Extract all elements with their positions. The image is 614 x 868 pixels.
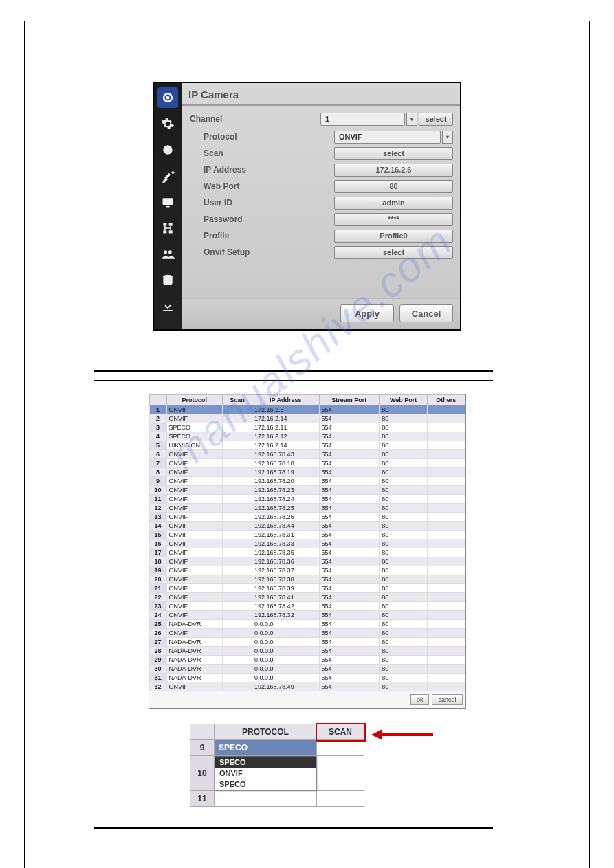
row-protocol[interactable] <box>215 791 317 807</box>
row-index: 32 <box>149 682 166 691</box>
table-row[interactable]: 24ONVIF192.168.78.3255480 <box>149 611 465 620</box>
row-scan <box>223 504 252 513</box>
table-row[interactable]: 16ONVIF192.168.78.3355480 <box>149 539 465 548</box>
row-protocol: ONVIF <box>166 414 223 423</box>
table-row[interactable]: 13ONVIF192.168.78.2655480 <box>149 513 465 522</box>
table-row[interactable]: 10 SPECO ONVIF SPECO <box>190 756 364 791</box>
settings-gear-icon[interactable] <box>157 113 178 134</box>
table-row[interactable]: 8ONVIF192.168.78.1955480 <box>149 468 465 477</box>
channel-value[interactable]: 1 <box>320 113 405 126</box>
table-row[interactable]: 31NADA-DVR0.0.0.055480 <box>149 674 465 682</box>
row-others <box>428 405 465 414</box>
table-row[interactable]: 15ONVIF192.168.78.3155480 <box>149 531 465 539</box>
row-ip: 192.168.78.20 <box>252 477 319 486</box>
webport-value-button[interactable]: 80 <box>334 180 453 193</box>
table-row[interactable]: 2ONVIF172.16.2.1455480 <box>149 414 465 423</box>
download-icon[interactable] <box>157 296 178 317</box>
row-stream: 554 <box>319 504 380 513</box>
onvif-select-button[interactable]: select <box>334 246 453 259</box>
table-row[interactable]: 11 <box>190 791 364 807</box>
network-icon[interactable] <box>157 218 178 238</box>
scan-cancel-button[interactable]: cancel <box>432 694 462 705</box>
row-ip: 0.0.0.0 <box>252 647 319 656</box>
table-row[interactable]: 21ONVIF192.168.78.3955480 <box>149 584 465 593</box>
table-row[interactable]: 25NADA-DVR0.0.0.055480 <box>149 620 465 629</box>
camera-icon[interactable] <box>157 87 178 108</box>
apply-button[interactable]: Apply <box>340 304 394 322</box>
table-row[interactable]: 19ONVIF192.168.78.3755480 <box>149 566 465 575</box>
row-index: 22 <box>149 593 166 602</box>
row-protocol[interactable]: SPECO <box>215 740 317 756</box>
row-protocol: ONVIF <box>166 602 223 611</box>
table-row[interactable]: 3SPECO172.16.2.1155480 <box>149 423 465 432</box>
table-row[interactable]: 17ONVIF192.168.78.3555480 <box>149 548 465 557</box>
dropdown-option[interactable]: SPECO <box>215 779 316 790</box>
dropdown-option[interactable]: ONVIF <box>215 768 316 779</box>
table-row[interactable]: 26ONVIF0.0.0.055480 <box>149 629 465 638</box>
table-row[interactable]: 22ONVIF192.168.78.4155480 <box>149 593 465 602</box>
row-scan <box>223 468 252 477</box>
channel-select-button[interactable]: select <box>419 113 453 126</box>
table-row[interactable]: 27NADA-DVR0.0.0.055480 <box>149 638 465 647</box>
table-row[interactable]: 1ONVIF172.16.2.655480 <box>149 405 465 414</box>
table-row[interactable]: 14ONVIF192.168.78.4455480 <box>149 522 465 531</box>
protocol-dropdown-icon[interactable]: ▾ <box>442 131 453 144</box>
row-stream: 554 <box>319 638 380 647</box>
row-index: 11 <box>149 495 166 504</box>
table-row[interactable]: 18ONVIF192.168.78.3655480 <box>149 557 465 566</box>
table-row[interactable]: 10ONVIF192.168.78.2355480 <box>149 486 465 495</box>
row-index: 7 <box>149 459 166 468</box>
table-row[interactable]: 6ONVIF192.168.78.4355480 <box>149 450 465 459</box>
ip-value-button[interactable]: 172.16.2.6 <box>334 164 453 177</box>
svg-rect-8 <box>169 230 173 233</box>
users-icon[interactable] <box>157 244 178 265</box>
storage-icon[interactable] <box>157 270 178 291</box>
table-row[interactable]: 7ONVIF192.168.78.1855480 <box>149 459 465 468</box>
row-scan <box>223 638 252 647</box>
tools-icon[interactable] <box>157 166 178 186</box>
row-others <box>428 477 465 486</box>
row-scan <box>223 629 252 638</box>
table-row[interactable]: 29NADA-DVR0.0.0.055480 <box>149 656 465 665</box>
row-others <box>428 486 465 495</box>
row-index: 27 <box>149 638 166 647</box>
row-protocol-dropdown[interactable]: SPECO ONVIF SPECO <box>215 756 317 791</box>
row-web: 80 <box>380 423 428 432</box>
userid-value-button[interactable]: admin <box>334 197 453 210</box>
row-ip: 192.168.78.31 <box>252 531 319 539</box>
row-protocol: ONVIF <box>166 593 223 602</box>
row-index: 3 <box>149 423 166 432</box>
record-icon[interactable] <box>157 140 178 160</box>
profile-value-button[interactable]: Profile0 <box>334 230 453 243</box>
password-value-button[interactable]: **** <box>334 213 453 226</box>
row-protocol: ONVIF <box>166 611 223 620</box>
monitor-icon[interactable] <box>157 192 178 212</box>
row-scan[interactable] <box>317 791 364 807</box>
table-row[interactable]: 9ONVIF192.168.78.2055480 <box>149 477 465 486</box>
row-protocol: ONVIF <box>166 566 223 575</box>
row-scan[interactable] <box>317 740 364 756</box>
protocol-value[interactable]: ONVIF <box>334 131 441 144</box>
table-row[interactable]: 5HIKVISION172.16.2.1455480 <box>149 441 465 450</box>
row-scan[interactable] <box>317 756 364 791</box>
row-scan <box>223 450 252 459</box>
table-row[interactable]: 9 SPECO <box>190 740 364 756</box>
row-index: 24 <box>149 611 166 620</box>
col-others: Others <box>428 395 465 405</box>
table-row[interactable]: 20ONVIF192.168.78.3855480 <box>149 575 465 584</box>
scan-ok-button[interactable]: ok <box>410 694 430 705</box>
table-row[interactable]: 32ONVIF192.168.78.4955480 <box>149 682 465 691</box>
table-row[interactable]: 28NADA-DVR0.0.0.055480 <box>149 647 465 656</box>
table-row[interactable]: 30NADA-DVR0.0.0.055480 <box>149 665 465 674</box>
table-row[interactable]: 11ONVIF192.168.78.2455480 <box>149 495 465 504</box>
table-row[interactable]: 12ONVIF192.168.78.2555480 <box>149 504 465 513</box>
scan-select-button[interactable]: select <box>334 147 453 160</box>
table-row[interactable]: 23ONVIF192.168.78.4255480 <box>149 602 465 611</box>
row-stream: 554 <box>319 611 380 620</box>
row-scan <box>223 531 252 539</box>
cancel-button[interactable]: Cancel <box>399 304 453 322</box>
table-row[interactable]: 4SPECO172.16.2.1255480 <box>149 432 465 441</box>
protocol-dropdown[interactable]: SPECO ONVIF SPECO <box>215 756 316 790</box>
dropdown-option[interactable]: SPECO <box>215 757 316 768</box>
channel-dropdown-icon[interactable]: ▾ <box>406 113 417 126</box>
